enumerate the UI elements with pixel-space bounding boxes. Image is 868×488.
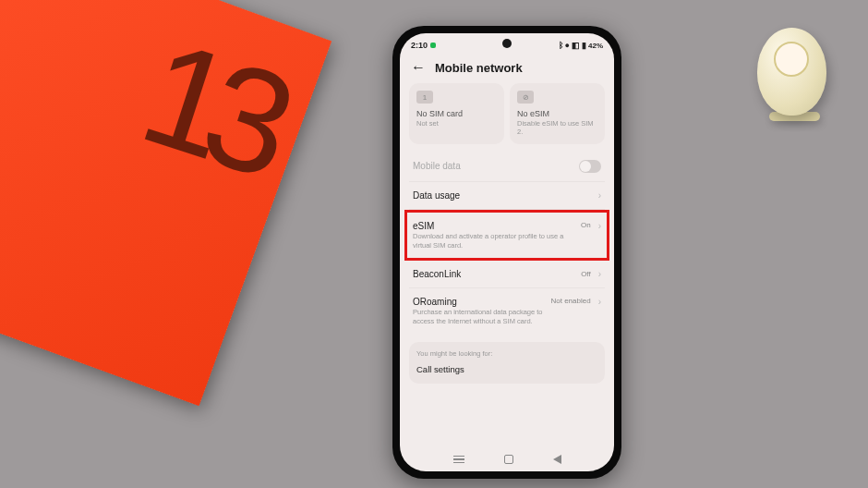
page-header: ← Mobile network [400,54,614,83]
nav-back-button[interactable] [553,455,561,464]
dnd-icon: ● [565,41,570,50]
back-arrow-icon[interactable]: ← [411,59,426,76]
battery-percent: 42% [588,42,603,50]
chevron-right-icon: › [598,297,601,307]
phone-device: 2:10 ᛒ ● ◧ ▮ 42% ← Mobile network 1 No S… [392,26,621,479]
row-value: On [581,221,591,229]
sim-title: No SIM card [416,109,497,118]
row-label: eSIM [413,221,575,231]
row-data-usage[interactable]: Data usage › [409,182,605,210]
row-oroaming[interactable]: ORoaming Purchase an international data … [409,288,605,335]
vibrate-icon: ◧ [572,41,580,50]
box-number-13: 13 [124,6,297,208]
sim-title: No eSIM [517,109,597,118]
row-subtitle: Purchase an international data package t… [413,308,546,326]
battery-icon: ▮ [582,41,586,50]
sim-subtitle: Disable eSIM to use SIM 2. [517,119,597,137]
desk-clock [757,28,831,129]
suggestion-hint: You might be looking for: [416,349,597,358]
row-label: Data usage [413,190,593,201]
chevron-right-icon: › [598,221,601,231]
row-label: ORoaming [413,297,546,307]
nav-recent-button[interactable] [453,456,464,464]
bluetooth-icon: ᛒ [559,41,563,50]
sim-card-physical[interactable]: 1 No SIM card Not set [409,83,504,144]
status-time: 2:10 [411,41,428,50]
page-title: Mobile network [435,61,523,75]
row-beaconlink[interactable]: BeaconLink Off › [409,261,605,288]
system-nav-bar [400,447,614,471]
front-camera [502,39,512,48]
chevron-right-icon: › [598,190,601,201]
row-value: Not enabled [551,297,591,305]
sim-subtitle: Not set [416,119,497,128]
row-mobile-data[interactable]: Mobile data [409,152,605,182]
product-box: 13 [0,0,332,406]
sim-slot-icon: 1 [416,91,433,104]
row-value: Off [581,270,591,278]
row-label: BeaconLink [413,269,575,279]
esim-slot-icon: ⊘ [517,91,534,104]
sim-cards-row: 1 No SIM card Not set ⊘ No eSIM Disable … [409,83,605,144]
status-indicator-icon [430,43,436,48]
esim-highlight: eSIM Download and activate a operator pr… [404,210,609,262]
sim-card-esim[interactable]: ⊘ No eSIM Disable eSIM to use SIM 2. [510,83,605,144]
chevron-right-icon: › [598,269,601,279]
suggestion-section: You might be looking for: Call settings [409,342,605,384]
mobile-data-toggle[interactable] [579,160,601,173]
phone-screen: 2:10 ᛒ ● ◧ ▮ 42% ← Mobile network 1 No S… [400,33,614,471]
row-label: Mobile data [413,161,573,171]
row-subtitle: Download and activate a operator profile… [413,232,575,250]
nav-home-button[interactable] [504,455,513,464]
row-esim[interactable]: eSIM Download and activate a operator pr… [409,213,605,259]
call-settings-link[interactable]: Call settings [416,364,597,374]
settings-content: 1 No SIM card Not set ⊘ No eSIM Disable … [400,83,614,447]
